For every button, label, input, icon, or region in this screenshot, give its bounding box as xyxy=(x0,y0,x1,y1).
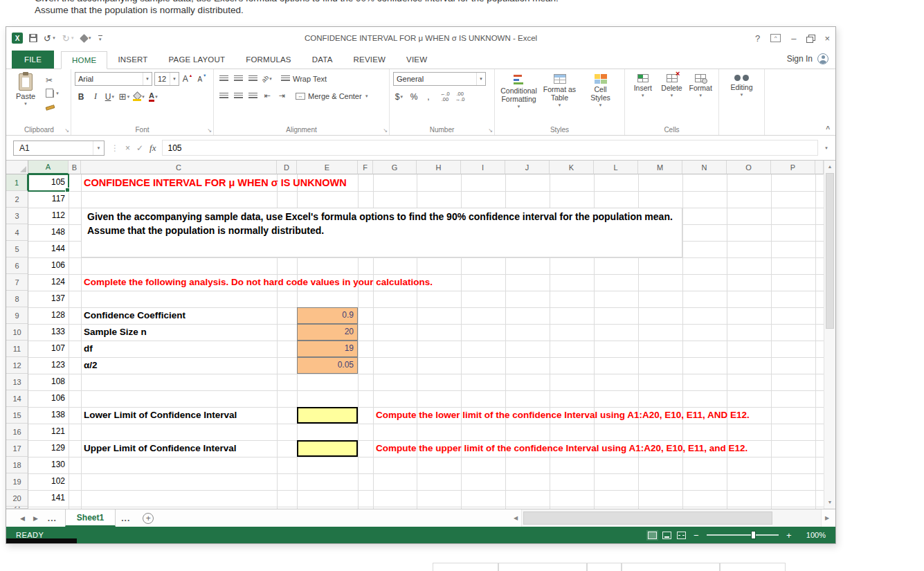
cell-E10[interactable]: 20 xyxy=(297,324,358,341)
redo-button[interactable]: ↻▼ xyxy=(62,34,75,43)
tab-insert[interactable]: INSERT xyxy=(107,51,158,69)
row-header-13[interactable]: 13 xyxy=(6,374,28,390)
increase-font-size-button[interactable]: A▲ xyxy=(181,73,194,86)
name-box[interactable]: A1 ▼ xyxy=(13,141,105,156)
next-sheet-button[interactable]: ▶ xyxy=(29,515,42,522)
column-header-I[interactable]: I xyxy=(461,161,505,174)
cell-A5[interactable]: 144 xyxy=(28,241,69,257)
cell-G17-note[interactable]: Compute the upper limit of the confidenc… xyxy=(376,440,748,457)
cell-A18[interactable]: 130 xyxy=(28,457,69,473)
previous-sheet-button[interactable]: ◀ xyxy=(16,515,29,522)
column-header-P[interactable]: P xyxy=(771,161,815,174)
align-right-button[interactable] xyxy=(246,89,259,102)
format-painter-button[interactable] xyxy=(46,102,60,111)
row-header-10[interactable]: 10 xyxy=(6,324,28,341)
select-all-corner[interactable] xyxy=(6,161,28,174)
column-header-O[interactable]: O xyxy=(727,161,771,174)
comma-style-button[interactable]: , xyxy=(422,90,435,103)
center-button[interactable] xyxy=(232,89,244,102)
row-header-17[interactable]: 17 xyxy=(6,440,28,457)
number-dialog-launcher[interactable]: ↘ xyxy=(488,128,493,134)
decrease-font-size-button[interactable]: A▼ xyxy=(196,73,208,86)
column-header-E[interactable]: E xyxy=(297,161,358,174)
cell-E11[interactable]: 19 xyxy=(297,341,358,357)
row-header-8[interactable]: 8 xyxy=(6,291,28,307)
formula-bar-expand-icon[interactable]: ▼ xyxy=(824,146,828,150)
row-header-3[interactable]: 3 xyxy=(6,208,28,224)
insert-function-button[interactable]: fx xyxy=(150,143,156,154)
row-header-15[interactable]: 15 xyxy=(6,407,28,424)
row-header-1[interactable]: 1 xyxy=(6,174,28,191)
column-header-L[interactable]: L xyxy=(594,161,638,174)
column-header-B[interactable]: B xyxy=(69,161,81,174)
cell-C3-instruction[interactable]: Given the accompanying sample data, use … xyxy=(81,208,682,257)
conditional-formatting-button[interactable]: Conditional Formatting ▼ xyxy=(498,72,539,125)
customize-qat-button[interactable]: ▼ xyxy=(98,35,102,42)
font-dialog-launcher[interactable]: ↘ xyxy=(207,128,212,134)
horizontal-scrollbar[interactable]: ◀ ▶ xyxy=(510,509,835,527)
page-layout-view-button[interactable] xyxy=(662,532,671,539)
minimize-button[interactable]: – xyxy=(791,34,796,43)
row-header-5[interactable]: 5 xyxy=(6,241,28,257)
column-header-M[interactable]: M xyxy=(638,161,682,174)
cell-E17[interactable] xyxy=(297,440,358,457)
zoom-slider-thumb[interactable] xyxy=(751,531,756,539)
cell-A2[interactable]: 117 xyxy=(28,191,69,208)
cell-A15[interactable]: 138 xyxy=(28,407,69,424)
merge-center-button[interactable]: ↔Merge & Center▼ xyxy=(296,92,369,100)
row-header-7[interactable]: 7 xyxy=(6,274,28,291)
cell-E12[interactable]: 0.05 xyxy=(297,357,358,374)
row-header-21[interactable]: 21 xyxy=(6,507,28,509)
font-name-select[interactable]: Arial ▼ xyxy=(75,72,152,86)
sheet-tab-sheet1[interactable]: Sheet1 xyxy=(65,509,116,527)
row-header-2[interactable]: 2 xyxy=(6,191,28,208)
fill-color-button[interactable]: ▼ xyxy=(133,90,145,103)
name-box-dropdown-icon[interactable]: ▼ xyxy=(93,141,104,155)
row-header-18[interactable]: 18 xyxy=(6,457,28,473)
tab-page-layout[interactable]: PAGE LAYOUT xyxy=(158,51,236,69)
cell-A3[interactable]: 112 xyxy=(28,208,69,224)
cell-A6[interactable]: 106 xyxy=(28,257,69,274)
paste-button[interactable]: Paste ▼ xyxy=(11,72,40,125)
close-button[interactable]: × xyxy=(824,34,830,43)
cancel-button[interactable]: × xyxy=(125,143,130,153)
sign-in[interactable]: Sign In xyxy=(787,53,835,64)
sheet-list-ellipsis-right[interactable]: ... xyxy=(116,514,136,523)
zoom-out-button[interactable]: − xyxy=(691,530,701,541)
column-header-F[interactable]: F xyxy=(358,161,373,174)
increase-decimal-button[interactable]: ←.0.00 xyxy=(440,91,450,102)
cell-C15-label[interactable]: Lower Limit of Confidence Interval xyxy=(84,407,237,424)
scroll-right-icon[interactable]: ▶ xyxy=(822,515,833,521)
cell-C7-analysis-note[interactable]: Complete the following analysis. Do not … xyxy=(84,274,433,291)
cell-A11[interactable]: 107 xyxy=(28,341,69,357)
column-header-partial[interactable] xyxy=(815,161,824,174)
accounting-format-button[interactable]: $▼ xyxy=(393,90,406,103)
column-header-D[interactable]: D xyxy=(277,161,297,174)
insert-cells-button[interactable]: Insert ▼ xyxy=(628,72,658,125)
save-icon[interactable] xyxy=(29,34,37,42)
orientation-button[interactable]: ab▼ xyxy=(261,72,273,85)
cell-G15-note[interactable]: Compute the lower limit of the confidenc… xyxy=(376,407,750,424)
row-header-6[interactable]: 6 xyxy=(6,257,28,274)
ribbon-display-options-button[interactable]: ^ xyxy=(770,34,781,42)
horizontal-scroll-track[interactable] xyxy=(521,509,822,527)
row-header-4[interactable]: 4 xyxy=(6,224,28,241)
scroll-left-icon[interactable]: ◀ xyxy=(510,515,521,521)
selected-cell-outline-A1[interactable] xyxy=(28,174,69,192)
underline-button[interactable]: U▼ xyxy=(104,90,116,103)
cell-A12[interactable]: 123 xyxy=(28,357,69,374)
cell-C10-label[interactable]: Sample Size n xyxy=(84,324,147,341)
italic-button[interactable]: I xyxy=(89,90,102,103)
middle-align-button[interactable] xyxy=(232,72,244,85)
horizontal-scroll-thumb[interactable] xyxy=(523,511,772,525)
column-header-K[interactable]: K xyxy=(550,161,594,174)
help-button[interactable]: ? xyxy=(755,34,760,43)
cell-A19[interactable]: 102 xyxy=(28,473,69,490)
number-format-select[interactable]: General ▼ xyxy=(393,72,486,86)
copy-button[interactable]: ▼ xyxy=(46,89,60,98)
cell-A14[interactable]: 106 xyxy=(28,390,69,407)
normal-view-button[interactable] xyxy=(648,532,657,539)
cell-C1-sheet-title[interactable]: CONFIDENCE INTERVAL FOR μ WHEN σ IS UNKN… xyxy=(84,174,347,191)
restore-button[interactable] xyxy=(806,35,814,42)
format-cells-button[interactable]: Format ▼ xyxy=(686,72,715,125)
